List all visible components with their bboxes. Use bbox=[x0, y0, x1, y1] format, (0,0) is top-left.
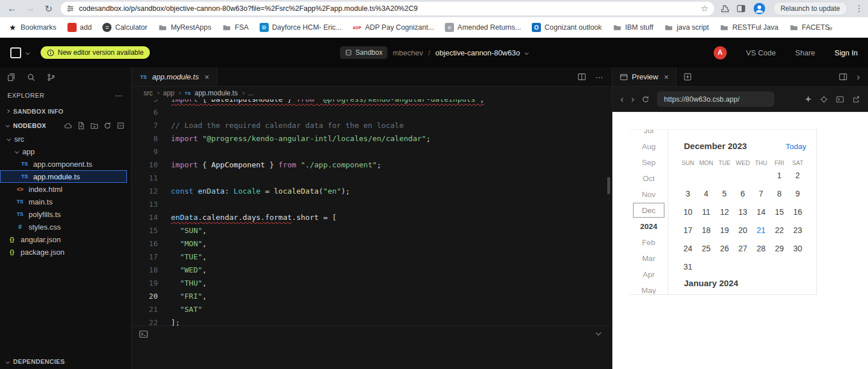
terminal-icon[interactable] bbox=[139, 330, 148, 339]
layout-icon[interactable] bbox=[839, 73, 847, 81]
code-line[interactable]: 7// Load the required calendar data for … bbox=[132, 119, 612, 132]
explorer-more-icon[interactable]: ⋯ bbox=[115, 91, 124, 100]
date-cell-19[interactable]: 19 bbox=[715, 221, 734, 239]
user-avatar[interactable]: A bbox=[714, 46, 727, 59]
date-cell-21[interactable]: 21 bbox=[752, 221, 770, 239]
url-text[interactable]: codesandbox.io/p/sandbox/objective-canno… bbox=[79, 5, 696, 13]
git-branch-icon[interactable] bbox=[47, 73, 55, 82]
refresh-icon[interactable] bbox=[103, 122, 112, 130]
date-cell-22[interactable]: 22 bbox=[770, 221, 789, 239]
code-line[interactable]: 16 "MON", bbox=[132, 237, 612, 250]
inspect-sparkle-icon[interactable] bbox=[805, 95, 812, 103]
code-line[interactable]: 13 bbox=[132, 198, 612, 211]
tab-app-module-ts[interactable]: TS app.module.ts × bbox=[132, 67, 217, 86]
date-cell-16[interactable]: 16 bbox=[789, 203, 807, 221]
date-cell-26[interactable]: 26 bbox=[715, 239, 734, 258]
date-cell-25[interactable]: 25 bbox=[697, 239, 715, 258]
dependencies-section[interactable]: DEPENDENCIES bbox=[0, 354, 131, 369]
month-item-apr[interactable]: Apr bbox=[630, 266, 668, 282]
month-item-jul[interactable]: Jul bbox=[630, 129, 668, 138]
tree-item-app-component-ts[interactable]: TSapp.component.ts bbox=[0, 158, 127, 170]
element-picker-icon[interactable] bbox=[820, 95, 828, 103]
bookmark-item[interactable]: ★Bookmarks bbox=[8, 23, 57, 32]
code-line[interactable]: 22]; bbox=[132, 316, 612, 326]
bookmark-item[interactable]: ≡Amended Returns... bbox=[445, 23, 521, 32]
tree-item-app-module-ts[interactable]: TSapp.module.ts bbox=[0, 170, 127, 183]
breadcrumb-more[interactable]: ... bbox=[248, 89, 254, 97]
date-cell-23[interactable]: 23 bbox=[789, 221, 807, 239]
relaunch-button[interactable]: Relaunch to update bbox=[773, 2, 847, 15]
preview-url-bar[interactable]: https://80w63o.csb.app/ bbox=[657, 91, 774, 107]
tree-item-index-html[interactable]: <>index.html bbox=[0, 183, 127, 195]
date-cell-31[interactable]: 31 bbox=[679, 258, 697, 276]
month-item-may[interactable]: May bbox=[630, 282, 668, 294]
bookmark-item[interactable]: ADPADP Pay Cognizant... bbox=[352, 23, 434, 32]
code-line[interactable]: 17 "TUE", bbox=[132, 250, 612, 263]
month-item-aug[interactable]: Aug bbox=[630, 138, 668, 154]
date-cell-8[interactable]: 8 bbox=[770, 185, 789, 203]
collapse-panel-chevron-icon[interactable] bbox=[596, 330, 602, 336]
code-line[interactable]: 19 "THU", bbox=[132, 276, 612, 290]
bookmark-item[interactable]: =Calculator bbox=[102, 23, 147, 32]
bookmark-item[interactable]: IBM stuff bbox=[612, 23, 653, 32]
bookmark-item[interactable]: DDayforce HCM- Eric... bbox=[260, 23, 342, 32]
bookmarks-overflow-icon[interactable]: » bbox=[828, 23, 833, 33]
tree-item-angular-json[interactable]: {}angular.json bbox=[0, 233, 127, 246]
side-panel-icon[interactable] bbox=[736, 4, 746, 13]
tree-item-styles-css[interactable]: #styles.css bbox=[0, 220, 127, 233]
add-pane-icon[interactable] bbox=[676, 67, 699, 86]
date-cell-29[interactable]: 29 bbox=[770, 239, 789, 258]
breadcrumb-app[interactable]: app bbox=[163, 89, 174, 97]
collapse-all-icon[interactable] bbox=[117, 122, 125, 130]
profile-avatar[interactable] bbox=[753, 2, 766, 15]
month-item-sep[interactable]: Sep bbox=[630, 154, 668, 170]
search-icon[interactable] bbox=[27, 73, 35, 82]
new-file-icon[interactable] bbox=[77, 122, 85, 130]
month-item-dec[interactable]: Dec bbox=[633, 203, 664, 218]
bookmark-item[interactable]: add bbox=[67, 23, 92, 32]
month-item-oct[interactable]: Oct bbox=[630, 170, 668, 186]
back-icon[interactable]: ← bbox=[6, 3, 18, 14]
split-editor-icon[interactable] bbox=[578, 73, 586, 81]
code-line[interactable]: 15 "SUN", bbox=[132, 224, 612, 237]
sandbox-info-section[interactable]: SANDBOX INFO bbox=[0, 104, 131, 118]
chevron-right-icon[interactable]: › bbox=[857, 72, 860, 82]
month-item-2024[interactable]: 2024 bbox=[630, 218, 668, 234]
date-cell-6[interactable]: 6 bbox=[734, 185, 752, 203]
chrome-menu-icon[interactable]: ⋮ bbox=[855, 3, 863, 14]
code-line[interactable]: 5import { DateInputsModule } from "@prog… bbox=[132, 99, 612, 106]
date-cell-1[interactable]: 1 bbox=[770, 166, 789, 185]
month-item-nov[interactable]: Nov bbox=[630, 186, 668, 202]
code-line[interactable]: 21 "SAT" bbox=[132, 303, 612, 316]
code-line[interactable]: 6 bbox=[132, 106, 612, 119]
date-cell-30[interactable]: 30 bbox=[789, 239, 807, 258]
code-line[interactable]: 10import { AppComponent } from "./app.co… bbox=[132, 158, 612, 171]
preview-reload-icon[interactable] bbox=[642, 95, 650, 103]
date-cell-7[interactable]: 7 bbox=[752, 185, 770, 203]
date-cell-24[interactable]: 24 bbox=[679, 239, 697, 258]
files-panel-icon[interactable] bbox=[7, 73, 15, 82]
month-item-feb[interactable]: Feb bbox=[630, 234, 668, 250]
date-cell-18[interactable]: 18 bbox=[697, 221, 715, 239]
bookmark-item[interactable]: FACETS bbox=[789, 23, 830, 32]
tree-item-main-ts[interactable]: TSmain.ts bbox=[0, 195, 127, 208]
date-cell-10[interactable]: 10 bbox=[679, 203, 697, 221]
month-item-mar[interactable]: Mar bbox=[630, 250, 668, 266]
date-cell-20[interactable]: 20 bbox=[734, 221, 752, 239]
project-breadcrumb[interactable]: Sandbox mbechev / objective-cannon-80w63… bbox=[340, 46, 528, 59]
preview-forward-icon[interactable]: › bbox=[631, 94, 635, 104]
workspace-menu-chevron-icon[interactable] bbox=[26, 50, 30, 54]
tab-preview[interactable]: Preview × bbox=[612, 67, 676, 86]
close-tab-icon[interactable]: × bbox=[205, 73, 209, 82]
code-line[interactable]: 8import "@progress/kendo-angular-intl/lo… bbox=[132, 132, 612, 145]
close-tab-icon[interactable]: × bbox=[664, 73, 668, 82]
sign-in-button[interactable]: Sign In bbox=[835, 49, 858, 57]
nodebox-section[interactable]: NODEBOX bbox=[0, 118, 131, 133]
tree-item-polyfills-ts[interactable]: TSpolyfills.ts bbox=[0, 208, 127, 220]
editor-update-notice[interactable]: New editor version available bbox=[41, 46, 150, 59]
date-cell-4[interactable]: 4 bbox=[697, 185, 715, 203]
vs-code-button[interactable]: VS Code bbox=[746, 49, 776, 57]
today-link[interactable]: Today bbox=[786, 142, 806, 151]
editor-more-icon[interactable]: ⋯ bbox=[595, 73, 604, 82]
cloud-icon[interactable] bbox=[64, 122, 72, 130]
